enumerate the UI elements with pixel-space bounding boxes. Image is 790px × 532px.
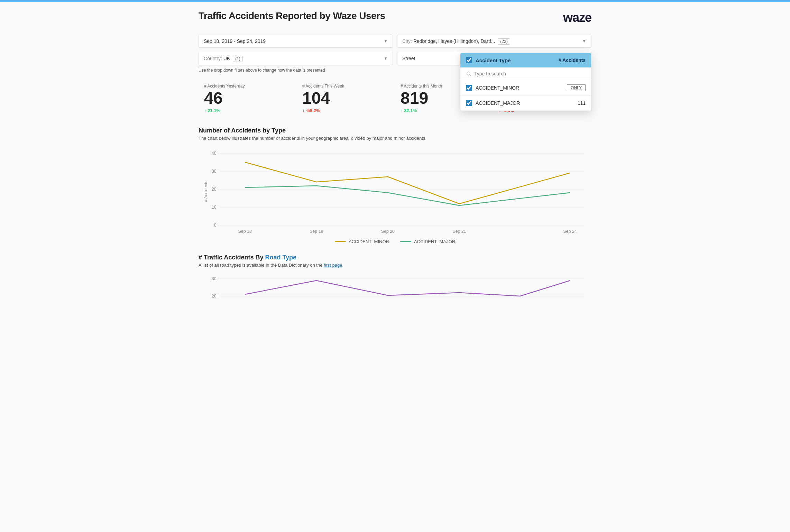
chart2-section: # Traffic Accidents By Road Type A list … bbox=[199, 254, 591, 313]
legend-minor-line bbox=[335, 241, 346, 242]
page-title: Traffic Accidents Reported by Waze Users bbox=[199, 10, 385, 21]
svg-text:Sep 18: Sep 18 bbox=[238, 229, 252, 234]
svg-text:20: 20 bbox=[212, 294, 217, 299]
dropdown-item-major-left: ACCIDENT_MAJOR bbox=[466, 100, 520, 106]
chart2-svg: 30 20 bbox=[199, 272, 591, 313]
dropdown-item-minor-left: ACCIDENT_MINOR bbox=[466, 85, 519, 91]
svg-text:Sep 19: Sep 19 bbox=[310, 229, 323, 234]
chart1-container: 40 30 20 10 0 # Accidents Sep 18 Sep 19 … bbox=[199, 146, 591, 236]
city-filter[interactable]: City: Redbridge, Hayes (Hillingdon), Dar… bbox=[397, 35, 591, 48]
up-arrow-icon2 bbox=[401, 108, 404, 113]
search-icon bbox=[466, 71, 471, 76]
chart2-subtitle: A list of all road types is available in… bbox=[199, 263, 591, 268]
chart2-title: # Traffic Accidents By Road Type bbox=[199, 254, 591, 261]
only-button-minor[interactable]: ONLY bbox=[567, 84, 586, 91]
stat-change-yesterday: 21.1% bbox=[204, 108, 291, 113]
country-chevron-icon: ▼ bbox=[384, 56, 388, 61]
dropdown-header: Accident Type # Accidents bbox=[460, 53, 591, 67]
header-row: Traffic Accidents Reported by Waze Users… bbox=[199, 10, 591, 25]
svg-point-0 bbox=[467, 72, 470, 75]
date-chevron-icon: ▼ bbox=[384, 39, 388, 44]
waze-logo: waze bbox=[563, 10, 591, 25]
first-page-link[interactable]: first page bbox=[324, 263, 342, 268]
svg-text:0: 0 bbox=[214, 223, 217, 228]
date-range-value: Sep 18, 2019 - Sep 24, 2019 bbox=[204, 38, 266, 44]
svg-text:20: 20 bbox=[212, 187, 217, 192]
stat-week: # Accidents This Week 104 -58.2% bbox=[297, 81, 395, 116]
svg-text:Sep 20: Sep 20 bbox=[381, 229, 395, 234]
date-range-filter[interactable]: Sep 18, 2019 - Sep 24, 2019 ▼ bbox=[199, 35, 393, 48]
svg-text:10: 10 bbox=[212, 205, 217, 210]
svg-text:# Accidents: # Accidents bbox=[203, 181, 208, 202]
minor-checkbox[interactable] bbox=[466, 85, 472, 91]
page-wrapper: Traffic Accidents Reported by Waze Users… bbox=[187, 2, 603, 322]
chart1-section: Number of Accidents by Type The chart be… bbox=[199, 127, 591, 244]
svg-text:40: 40 bbox=[212, 151, 217, 156]
city-chevron-icon: ▼ bbox=[582, 39, 586, 44]
legend-major: ACCIDENT_MAJOR bbox=[400, 239, 455, 244]
chart1-svg: 40 30 20 10 0 # Accidents Sep 18 Sep 19 … bbox=[199, 146, 591, 236]
svg-text:Sep 24: Sep 24 bbox=[563, 229, 577, 234]
chart1-subtitle: The chart below illustrates the number o… bbox=[199, 136, 591, 141]
dropdown-search-row bbox=[460, 67, 591, 80]
svg-text:30: 30 bbox=[212, 169, 217, 174]
chart1-legend: ACCIDENT_MINOR ACCIDENT_MAJOR bbox=[199, 239, 591, 244]
down-arrow-icon bbox=[302, 108, 306, 113]
stat-yesterday: # Accidents Yesterday 46 21.1% bbox=[199, 81, 297, 116]
accident-type-dropdown: Accident Type # Accidents ACCIDENT_MINOR… bbox=[460, 53, 591, 111]
svg-line-1 bbox=[470, 75, 471, 76]
chart1-title: Number of Accidents by Type bbox=[199, 127, 591, 134]
up-arrow-icon bbox=[204, 108, 208, 113]
filters-row: Sep 18, 2019 - Sep 24, 2019 ▼ City: Redb… bbox=[199, 35, 591, 65]
legend-major-label: ACCIDENT_MAJOR bbox=[414, 239, 455, 244]
legend-major-line bbox=[400, 241, 411, 242]
stat-change-week: -58.2% bbox=[302, 108, 389, 113]
dropdown-item-minor: ACCIDENT_MINOR ONLY bbox=[460, 80, 591, 96]
chart2-container: 30 20 bbox=[199, 272, 591, 313]
city-filter-content: City: Redbridge, Hayes (Hillingdon), Dar… bbox=[402, 38, 510, 44]
country-filter[interactable]: Country: UK (1) ▼ bbox=[199, 52, 393, 65]
legend-minor-label: ACCIDENT_MINOR bbox=[349, 239, 389, 244]
legend-minor: ACCIDENT_MINOR bbox=[335, 239, 389, 244]
svg-text:30: 30 bbox=[212, 276, 217, 281]
dropdown-item-major: ACCIDENT_MAJOR 111 bbox=[460, 96, 591, 111]
road-type-link[interactable]: Road Type bbox=[265, 254, 296, 261]
search-input[interactable] bbox=[474, 71, 586, 76]
dropdown-all-checkbox[interactable] bbox=[466, 57, 472, 63]
country-filter-content: Country: UK (1) bbox=[204, 56, 243, 61]
dropdown-header-left: Accident Type bbox=[466, 57, 511, 63]
major-checkbox[interactable] bbox=[466, 100, 472, 106]
svg-text:Sep 21: Sep 21 bbox=[452, 229, 466, 234]
